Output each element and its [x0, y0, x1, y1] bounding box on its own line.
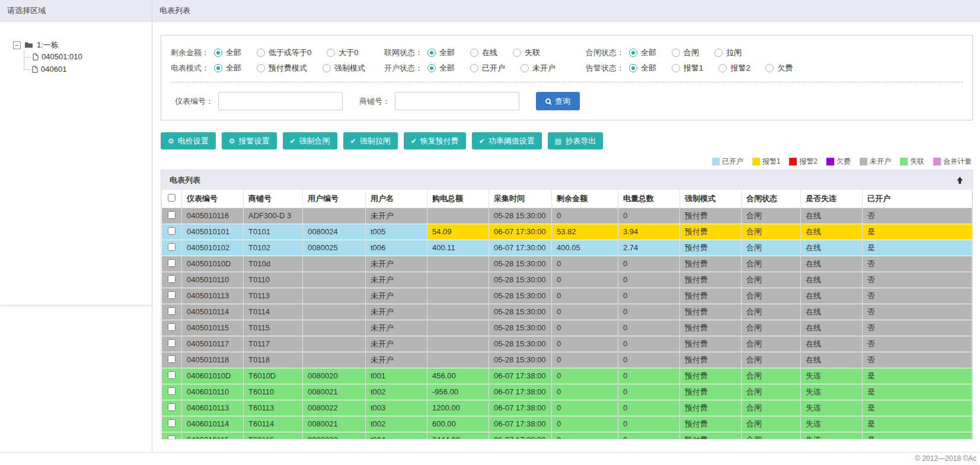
radio-option[interactable]: 报警2	[719, 63, 750, 74]
radio-icon[interactable]	[257, 49, 265, 57]
filter-group-label: 合闸状态：	[586, 47, 624, 58]
radio-option[interactable]: 大于0	[327, 47, 358, 58]
radio-icon[interactable]	[427, 49, 436, 57]
row-checkbox[interactable]	[168, 339, 175, 347]
radio-option[interactable]: 未开户	[521, 63, 556, 74]
radio-label: 合闸	[684, 47, 699, 58]
table-cell: 合闸	[742, 384, 801, 400]
radio-option[interactable]: 欠费	[765, 63, 793, 74]
table-row: 040501010DT010d未开户05-28 15:30:0000预付费合闸在…	[162, 256, 972, 272]
radio-option[interactable]: 失联	[513, 47, 540, 58]
row-checkbox[interactable]	[168, 275, 175, 283]
table-cell	[303, 336, 366, 352]
toolbar-button-5[interactable]: ✔恢复预付费	[404, 132, 466, 149]
check-icon: ✔	[411, 138, 417, 145]
radio-icon[interactable]	[719, 64, 727, 72]
radio-option[interactable]: 全部	[214, 47, 241, 58]
radio-icon[interactable]	[714, 49, 723, 57]
table-cell: 0	[618, 288, 680, 304]
radio-icon[interactable]	[323, 64, 331, 72]
table-cell: T6010D	[244, 368, 303, 384]
radio-icon[interactable]	[470, 64, 478, 72]
table-cell: 合闸	[742, 432, 801, 439]
filter-group: 告警状态：全部报警1报警2欠费	[586, 63, 808, 74]
radio-icon[interactable]	[629, 64, 637, 72]
radio-label: 报警2	[730, 63, 750, 74]
filter-group-label: 电表模式：	[171, 63, 209, 74]
select-all-checkbox[interactable]	[168, 194, 175, 202]
radio-icon[interactable]	[672, 64, 680, 72]
filter-group: 联网状态：全部在线失联	[384, 47, 586, 58]
row-checkbox[interactable]	[168, 403, 175, 411]
row-checkbox[interactable]	[168, 323, 175, 331]
meter-no-input[interactable]	[218, 92, 343, 110]
table-cell: 合闸	[742, 336, 801, 352]
radio-option[interactable]: 拉闸	[714, 47, 742, 58]
row-checkbox[interactable]	[168, 355, 175, 363]
table-cell	[427, 208, 489, 224]
radio-option[interactable]: 全部	[629, 47, 656, 58]
table-cell: 是	[863, 368, 972, 384]
radio-icon[interactable]	[327, 49, 335, 57]
table-cell: 合闸	[742, 304, 801, 320]
toolbar-button-3[interactable]: ✔强制合闸	[283, 132, 337, 149]
radio-icon[interactable]	[513, 49, 521, 57]
radio-icon[interactable]	[257, 64, 265, 72]
table-row: 0405010116ADF300-D 3未开户05-28 15:30:0000预…	[162, 208, 972, 224]
radio-option[interactable]: 预付费模式	[257, 63, 307, 74]
shop-no-input[interactable]	[395, 92, 519, 110]
tree-node-label[interactable]: 040601	[41, 65, 66, 74]
tree-root-label[interactable]: 1:一栋	[37, 40, 59, 50]
radio-option[interactable]: 全部	[214, 63, 241, 74]
table-cell: 0	[618, 336, 680, 352]
table-cell: 是	[863, 384, 972, 400]
action-toolbar: ⚙电价设置⚙报警设置✔强制合闸✔强制拉闸✔恢复预付费✔功率阈值设置▤抄表导出	[161, 132, 973, 149]
radio-option[interactable]: 报警1	[672, 63, 703, 74]
radio-icon[interactable]	[214, 64, 222, 72]
radio-option[interactable]: 合闸	[672, 47, 699, 58]
tree-node-040501[interactable]: 040501:010	[24, 50, 143, 63]
row-checkbox[interactable]	[168, 243, 175, 251]
row-checkbox[interactable]	[168, 259, 175, 267]
row-select-cell	[162, 352, 182, 368]
tree-collapse-icon[interactable]: −	[13, 42, 21, 49]
radio-icon[interactable]	[470, 49, 478, 57]
search-button[interactable]: 查询	[536, 92, 580, 110]
row-checkbox[interactable]	[168, 227, 175, 235]
row-checkbox[interactable]	[168, 387, 175, 395]
radio-option[interactable]: 低于或等于0	[257, 47, 311, 58]
toolbar-button-6[interactable]: ✔功率阈值设置	[472, 132, 542, 149]
row-checkbox[interactable]	[168, 211, 175, 219]
toolbar-button-2[interactable]: ⚙报警设置	[222, 132, 277, 149]
table-cell: 合闸	[742, 224, 801, 240]
table-cell: 06-07 17:30:00	[489, 240, 552, 256]
table-row: 0405010114T0114未开户05-28 15:30:0000预付费合闸在…	[162, 304, 972, 320]
radio-icon[interactable]	[427, 64, 436, 72]
radio-icon[interactable]	[765, 64, 774, 72]
tree-root-node[interactable]: − 1:一栋	[13, 40, 143, 50]
radio-option[interactable]: 全部	[427, 63, 455, 74]
tree-node-label[interactable]: 040501:010	[42, 52, 82, 61]
radio-option[interactable]: 全部	[427, 47, 455, 58]
radio-option[interactable]: 全部	[629, 63, 656, 74]
radio-option[interactable]: 强制模式	[323, 63, 365, 74]
table-cell: 合闸	[742, 368, 801, 384]
row-checkbox[interactable]	[168, 435, 175, 440]
radio-icon[interactable]	[672, 49, 680, 57]
radio-option[interactable]: 已开户	[470, 63, 505, 74]
radio-icon[interactable]	[629, 49, 637, 57]
toolbar-button-4[interactable]: ✔强制拉闸	[343, 132, 398, 149]
toolbar-button-1[interactable]: ⚙电价设置	[161, 132, 216, 149]
toolbar-button-7[interactable]: ▤抄表导出	[548, 132, 603, 149]
row-checkbox[interactable]	[168, 419, 175, 427]
collapse-panel-icon[interactable]	[956, 176, 964, 184]
row-checkbox[interactable]	[168, 307, 175, 315]
table-cell: 预付费	[680, 256, 742, 272]
row-checkbox[interactable]	[168, 371, 175, 379]
row-checkbox[interactable]	[168, 291, 175, 299]
radio-option[interactable]: 在线	[470, 47, 497, 58]
table-cell: T010d	[244, 256, 303, 272]
radio-icon[interactable]	[521, 64, 529, 72]
radio-icon[interactable]	[214, 49, 222, 57]
tree-node-040601[interactable]: 040601	[24, 63, 143, 75]
